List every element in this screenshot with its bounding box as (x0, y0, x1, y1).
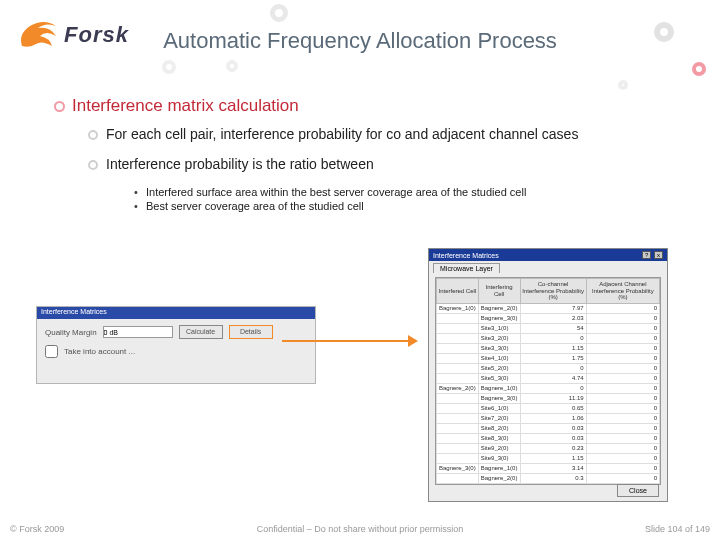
table-cell: 0.23 (520, 443, 586, 453)
take-into-account-checkbox[interactable] (45, 345, 58, 358)
table-cell: 7.97 (520, 303, 586, 313)
dialog-interference-matrices-big: Interference Matrices ? x Microwave Laye… (428, 248, 668, 502)
table-cell: 0 (586, 453, 659, 463)
decor-circle (226, 60, 238, 72)
table-cell: 0 (586, 373, 659, 383)
help-icon[interactable]: ? (642, 251, 651, 259)
table-row: Site3_2(0)00 (437, 333, 660, 343)
table-cell: 1.15 (520, 343, 586, 353)
table-cell: Site4_1(0) (478, 353, 520, 363)
table-cell (437, 343, 479, 353)
table-cell (437, 483, 479, 485)
table-cell: 0 (586, 473, 659, 483)
table-cell: 2.03 (520, 313, 586, 323)
table-cell: 0 (586, 303, 659, 313)
table-cell: 0.03 (520, 433, 586, 443)
table-row: Site8_3(0)0.030 (437, 433, 660, 443)
table-cell: 0 (586, 353, 659, 363)
table-row: Bagnere_3(0)11.190 (437, 393, 660, 403)
table-row: Bagnere_3(0)Bagnere_1(0)3.140 (437, 463, 660, 473)
close-icon[interactable]: x (654, 251, 663, 259)
arrow-head-icon (408, 335, 418, 347)
bullet-1: For each cell pair, interference probabi… (88, 126, 684, 142)
table-cell (437, 443, 479, 453)
table-cell: Bagnere_3(0) (478, 393, 520, 403)
table-cell: Site3_2(0) (478, 333, 520, 343)
table-cell (437, 433, 479, 443)
table-cell: 0 (520, 333, 586, 343)
table-cell: Bagnere_2(0) (437, 383, 479, 393)
table-cell (437, 363, 479, 373)
table-cell: 0.03 (520, 423, 586, 433)
table-cell: 0 (586, 413, 659, 423)
slide: Forsk Automatic Frequency Allocation Pro… (0, 0, 720, 540)
table-cell: 0 (586, 343, 659, 353)
details-button[interactable]: Details (229, 325, 273, 339)
table-row: Site9_2(0)0.230 (437, 443, 660, 453)
calculate-button[interactable]: Calculate (179, 325, 223, 339)
take-into-account-label: Take into account ... (64, 347, 135, 356)
tab-microwave-layer[interactable]: Microwave Layer (433, 263, 500, 273)
figures: Interference Matrices Quality Margin Cal… (0, 248, 720, 504)
page-title: Automatic Frequency Allocation Process (0, 28, 720, 54)
table-cell: 0 (520, 363, 586, 373)
table-cell: 0.3 (520, 473, 586, 483)
table-cell: 0 (586, 433, 659, 443)
table-cell: Bagnere_1(0) (478, 463, 520, 473)
table-cell: Bagnere_3(0) (437, 463, 479, 473)
table-cell: Site9_2(0) (478, 443, 520, 453)
table-cell (437, 393, 479, 403)
table-row: Site3_1(0)540 (437, 323, 660, 333)
dialog-title: Interference Matrices (433, 252, 499, 259)
table-cell: 0.65 (520, 403, 586, 413)
dialog-titlebar: Interference Matrices (37, 307, 315, 319)
interference-table: Interfered CellInterfering CellCo-channe… (435, 277, 661, 485)
confidential-notice: Confidential – Do not share without prio… (0, 524, 720, 534)
column-header: Co-channel Interference Probability (%) (520, 279, 586, 304)
table-cell (437, 353, 479, 363)
table-cell: Bagnere_2(0) (478, 473, 520, 483)
decor-circle (618, 80, 628, 90)
table-cell: Site5_2(0) (478, 363, 520, 373)
decor-circle (692, 62, 706, 76)
section-heading: Interference matrix calculation (54, 96, 684, 116)
table-row: Site3_3(0)1.150 (437, 343, 660, 353)
table-cell: 4.74 (520, 373, 586, 383)
table-cell: 0 (586, 393, 659, 403)
close-button[interactable]: Close (617, 484, 659, 497)
table-cell: Site7_2(0) (478, 413, 520, 423)
table-cell (437, 333, 479, 343)
dialog-titlebar: Interference Matrices ? x (429, 249, 667, 261)
table-cell (437, 323, 479, 333)
table-cell: 0 (586, 333, 659, 343)
table-cell: 0 (586, 403, 659, 413)
table-row: Bagnere_2(0)0.30 (437, 473, 660, 483)
slide-number: Slide 104 of 149 (645, 524, 710, 534)
table-cell: 1.06 (520, 413, 586, 423)
table-cell (437, 473, 479, 483)
decor-circle (270, 4, 288, 22)
table-cell (437, 413, 479, 423)
column-header: Interfered Cell (437, 279, 479, 304)
quality-margin-input[interactable] (103, 326, 173, 338)
table-cell: Bagnere_1(0) (437, 303, 479, 313)
table-cell: Bagnere_3(0) (478, 313, 520, 323)
decor-circle (162, 60, 176, 74)
sub-bullets: Interfered surface area within the best … (134, 186, 684, 212)
dialog-interference-matrices-small: Interference Matrices Quality Margin Cal… (36, 306, 316, 384)
table-cell: 0 (520, 483, 586, 485)
sub-bullet: Best server coverage area of the studied… (134, 200, 684, 212)
table-cell: 0 (586, 363, 659, 373)
table-cell: 0 (586, 383, 659, 393)
table-cell: 1.15 (520, 453, 586, 463)
table-row: Site5_2(0)00 (437, 363, 660, 373)
table-cell: 0 (586, 323, 659, 333)
table-cell: 0 (586, 443, 659, 453)
table-cell (437, 403, 479, 413)
bullet-2: Interference probability is the ratio be… (88, 156, 684, 172)
table-cell: Bagnere_1(0) (478, 383, 520, 393)
table-cell: Site5_3(0) (478, 373, 520, 383)
table-cell: Bagnere_2(0) (478, 303, 520, 313)
table-cell: Site8_3(0) (478, 433, 520, 443)
table-row: Site6_1(0)0.650 (437, 403, 660, 413)
